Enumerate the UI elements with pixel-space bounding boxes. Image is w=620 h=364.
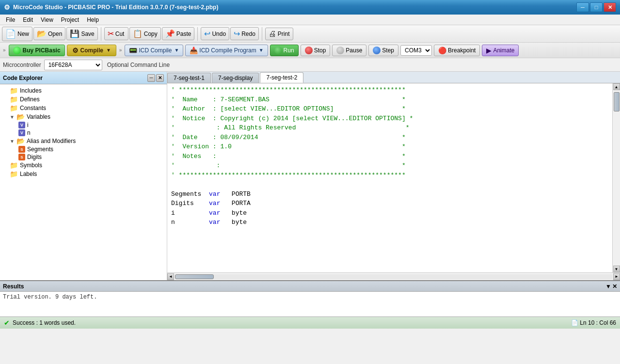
sidebar-item-includes[interactable]: 📁 Includes [0,86,167,95]
icd-compile-icon: 📟 [129,47,137,54]
buy-picbasic-button[interactable]: Buy PICBasic [9,45,65,56]
results-controls: ▼ ✕ [605,283,617,290]
sidebar-item-digits[interactable]: S Digits [0,153,167,161]
page-icon: 📄 [571,319,578,326]
run-button[interactable]: Run [270,45,299,56]
open-button[interactable]: 📂 Open [33,27,65,40]
sidebar-pin-button[interactable]: ─ [147,74,155,82]
sidebar-item-var-n[interactable]: V n [0,129,167,137]
seg-icon: S [18,146,25,153]
buypicbasic-label: Buy PICBasic [23,47,61,54]
com-port-select[interactable]: COM3 COM1 COM2 COM4 [400,45,432,56]
paste-label: Paste [176,31,191,37]
code-editor[interactable]: ' **************************************… [167,83,612,272]
toolbar2: » Buy PICBasic ⚙ Compile ▼ » 📟 ICD Compi… [0,43,620,58]
sidebar-item-var-i[interactable]: V i [0,121,167,129]
more-arrow-left[interactable]: » [2,47,7,53]
folder-open-icon: 📂 [16,137,25,145]
animate-icon: ▶ [486,47,492,54]
code-line: n var byte [171,218,608,227]
scroll-thumb[interactable] [614,92,620,111]
breakpoint-icon: 🔴 [438,47,446,54]
folder-icon: 📁 [10,161,18,169]
menu-project[interactable]: Project [57,16,83,24]
main-area: Code Explorer ─ ✕ 📁 Includes 📁 Defines 📁… [0,72,620,280]
code-line: ' **************************************… [171,171,608,180]
results-dropdown-button[interactable]: ▼ [605,283,611,290]
copy-label: Copy [144,31,158,37]
breakpoint-button[interactable]: 🔴 Breakpoint [434,45,480,56]
alias-label: Alias and Modifiers [27,138,76,144]
tab-7-seg-display[interactable]: 7-seg-display [212,73,259,83]
compile-button[interactable]: ⚙ Compile ▼ [67,45,116,56]
scroll-down-button[interactable]: ▼ [613,266,620,272]
tab-7-seg-test-1[interactable]: 7-seg-test-1 [167,73,211,83]
icd-compile-program-button[interactable]: 📥 ICD Compile Program ▼ [185,45,268,56]
compile-dropdown-arrow[interactable]: ▼ [106,47,111,53]
horizontal-scrollbar[interactable]: ◄ ► [167,272,620,280]
mc-label: Microcontroller [3,62,41,68]
mc-select[interactable]: 16F628A 16F877A 18F4520 [44,60,102,70]
icd-compile-arrow[interactable]: ▼ [174,47,179,53]
pause-button[interactable]: Pause [332,45,366,56]
close-button[interactable]: ✕ [604,2,616,12]
icd-compile-program-label: ICD Compile Program [199,47,256,54]
code-line: ' Date : 08/09/2014 * [171,133,608,142]
new-button[interactable]: 📄 New [2,27,32,41]
separator-3 [262,27,262,41]
maximize-button[interactable]: □ [590,2,603,12]
menu-view[interactable]: View [37,16,57,24]
stop-button[interactable]: Stop [301,45,331,56]
sidebar-item-constants[interactable]: 📁 Constants [0,104,167,112]
title-text: MicroCode Studio - PICBASIC PRO - Trial … [13,4,218,11]
animate-button[interactable]: ▶ Animate [482,45,519,56]
var-icon: V [18,122,25,128]
folder-open-icon: 📂 [16,113,25,121]
titlebar-title: ⚙ MicroCode Studio - PICBASIC PRO - Tria… [4,3,218,11]
save-button[interactable]: 💾 Save [66,27,97,40]
scroll-right-button[interactable]: ► [613,273,620,280]
pause-label: Pause [346,47,362,54]
menu-file[interactable]: File [2,16,19,24]
sidebar-item-defines[interactable]: 📁 Defines [0,95,167,104]
results-close-button[interactable]: ✕ [612,283,617,290]
code-line: Digits var PORTA [171,199,608,208]
editor-tabs: 7-seg-test-1 7-seg-display 7-seg-test-2 [167,72,620,83]
code-line: i var byte [171,208,608,218]
icd-compile-button[interactable]: 📟 ICD Compile ▼ [125,45,183,56]
sidebar-item-segments[interactable]: S Segments [0,145,167,153]
more-arrow-right[interactable]: » [118,47,123,53]
sidebar-item-symbols[interactable]: 📁 Symbols [0,161,167,170]
hscroll-thumb[interactable] [175,274,214,279]
print-button[interactable]: 🖨 Print [265,28,293,40]
menu-edit[interactable]: Edit [19,16,37,24]
mc-row: Microcontroller 16F628A 16F877A 18F4520 … [0,58,620,72]
menu-help[interactable]: Help [83,16,103,24]
redo-button[interactable]: ↪ Redo [230,27,259,40]
sidebar-close-button[interactable]: ✕ [156,74,164,82]
run-label: Run [284,47,294,54]
undo-button[interactable]: ↩ Undo [201,27,229,40]
icd-compile-program-arrow[interactable]: ▼ [259,47,264,53]
sidebar-item-variables[interactable]: ▼ 📂 Variables [0,112,167,121]
vertical-scrollbar[interactable]: ▲ ▼ [612,83,620,272]
includes-label: Includes [20,87,42,94]
new-icon: 📄 [5,29,16,39]
print-icon: 🖨 [269,30,276,38]
scroll-up-button[interactable]: ▲ [613,83,620,90]
sidebar-item-labels[interactable]: 📁 Labels [0,170,167,178]
tab-7-seg-test-2[interactable]: 7-seg-test-2 [260,72,303,83]
sidebar-title: Code Explorer [3,75,43,81]
results-content: Trial version. 9 days left. [0,292,620,317]
cmdline-label: Optional Command Line [107,62,170,68]
minimize-button[interactable]: ─ [576,2,589,12]
cut-button[interactable]: ✂ Cut [104,27,128,40]
sidebar-item-alias[interactable]: ▼ 📂 Alias and Modifiers [0,137,167,145]
scroll-left-button[interactable]: ◄ [167,273,174,280]
paste-button[interactable]: 📌 Paste [162,27,195,40]
copy-button[interactable]: 📋 Copy [129,27,161,40]
seg-icon: S [18,154,25,160]
stop-icon [305,47,313,54]
step-button[interactable]: Step [368,45,398,56]
redo-label: Redo [241,31,255,37]
